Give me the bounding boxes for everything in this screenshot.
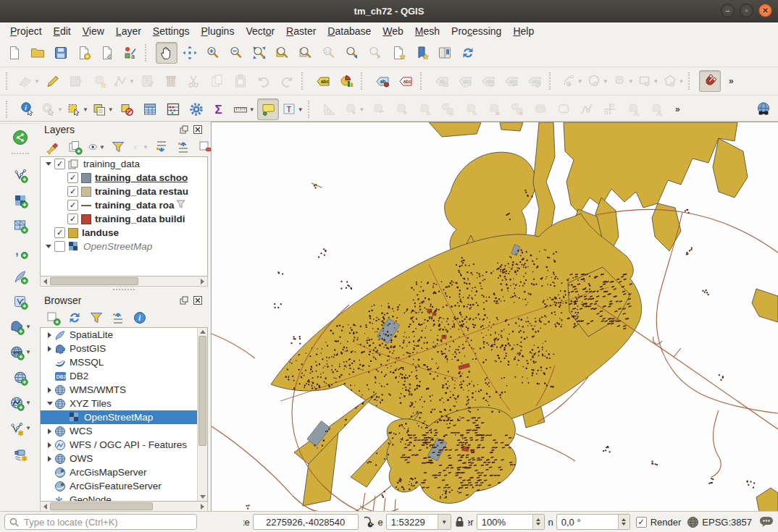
browser-item-postgis[interactable]: PostGIS	[41, 342, 207, 355]
menu-web[interactable]: Web	[377, 24, 409, 38]
layer-item-openstreetmap[interactable]: OpenStreetMap	[41, 240, 207, 253]
layer-visibility-checkbox[interactable]: ✓	[67, 172, 78, 183]
open-project-button[interactable]	[27, 42, 49, 64]
scale-dropdown-button[interactable]: ▼	[438, 515, 451, 529]
pan-map-button[interactable]	[156, 42, 177, 64]
crs-globe-icon[interactable]	[687, 516, 699, 528]
magnifier-spinbox[interactable]: 100%	[477, 514, 545, 530]
deselect-features-button[interactable]	[116, 98, 138, 120]
zoom-to-selection-button[interactable]	[272, 42, 293, 64]
add-wfs-layer-button[interactable]: ▼	[4, 390, 37, 415]
menu-database[interactable]: Database	[322, 24, 377, 38]
menu-processing[interactable]: Processing	[446, 24, 507, 38]
pan-to-selection-button[interactable]	[179, 42, 201, 64]
new-project-button[interactable]	[4, 42, 25, 64]
extents-toggle-icon[interactable]	[361, 516, 375, 528]
scale-combo[interactable]: 1:53229 ▼	[386, 514, 451, 530]
open-attribute-table-button[interactable]	[139, 98, 161, 120]
magnifier-spin-buttons[interactable]	[532, 515, 544, 529]
browser-item-ows[interactable]: OWS	[41, 452, 207, 465]
zoom-to-layer-button[interactable]	[295, 42, 317, 64]
menu-mesh[interactable]: Mesh	[409, 24, 446, 38]
manage-map-themes-button[interactable]: ▼	[87, 138, 106, 156]
add-vector-layer-button[interactable]	[4, 162, 37, 187]
menu-vector[interactable]: Vector	[240, 24, 280, 38]
new-spatial-bookmark-button[interactable]	[411, 42, 432, 64]
browser-item-db2[interactable]: DB2DB2	[41, 369, 207, 383]
float-panel-icon[interactable]	[178, 124, 190, 135]
statistical-summary-button[interactable]: Σ	[209, 98, 230, 120]
render-checkbox[interactable]: ✓ Render	[636, 517, 682, 528]
layer-item-training-data-buildi[interactable]: ✓training_data buildi	[41, 212, 207, 226]
add-raster-layer-button[interactable]	[4, 187, 37, 213]
browser-item-xyz-tiles[interactable]: XYZ Tiles	[41, 397, 207, 410]
add-mesh-layer-button[interactable]	[4, 213, 37, 238]
browser-tree[interactable]: SpatiaLitePostGISMSSQLDB2DB2WMS/WMTSXYZ …	[40, 327, 208, 502]
browser-vscrollbar[interactable]	[197, 328, 207, 501]
browser-item-geonode[interactable]: ✻GeoNode	[41, 493, 207, 502]
browser-item-wms-wmts[interactable]: WMS/WMTS	[41, 383, 207, 397]
minimize-button[interactable]: –	[721, 4, 735, 17]
browser-item-wcs[interactable]: WCS	[41, 424, 207, 438]
show-spatial-bookmarks-button[interactable]	[434, 42, 456, 64]
identify-features-button[interactable]: i	[17, 98, 38, 120]
toolbar-overflow-button[interactable]: »	[722, 70, 744, 92]
enable-snapping-button[interactable]	[699, 70, 721, 92]
coordinate-input[interactable]: 2275926,-4028540	[253, 514, 359, 530]
add-virtual-layer-button[interactable]	[4, 289, 37, 314]
new-map-view-button[interactable]	[388, 42, 409, 64]
messages-icon[interactable]	[759, 516, 774, 528]
layer-visibility-checkbox[interactable]: ✓	[54, 227, 65, 238]
maximize-button[interactable]: ▫	[740, 4, 753, 17]
browser-item-wfs-ogc-api-features[interactable]: WFS / OGC API - Features	[41, 438, 207, 452]
refresh-button[interactable]	[457, 42, 479, 64]
locate-search[interactable]	[4, 514, 197, 530]
layer-item-training-data[interactable]: ✓training_data	[41, 157, 207, 171]
browser-item-spatialite[interactable]: SpatiaLite	[41, 328, 207, 342]
layer-item-landuse[interactable]: ✓landuse	[41, 226, 207, 240]
close-panel-icon[interactable]	[192, 124, 204, 135]
browser-item-arcgismapserver[interactable]: ArcGisMapServer	[41, 465, 207, 479]
pin-unpin-labels-button[interactable]: ab	[372, 70, 393, 92]
float-panel-icon[interactable]	[178, 295, 190, 305]
rotation-spin-buttons[interactable]	[618, 515, 629, 529]
layer-labeling-options-button[interactable]: abc	[312, 70, 334, 92]
map-canvas[interactable]	[211, 122, 778, 512]
select-features-button[interactable]: ▼	[65, 98, 89, 120]
rotation-spinbox[interactable]: 0,0 °	[556, 514, 630, 530]
layer-visibility-checkbox[interactable]: ✓	[67, 214, 78, 224]
add-wcs-layer-button[interactable]	[4, 365, 37, 390]
filter-browser-button[interactable]	[87, 308, 106, 327]
new-shapefile-layer-button[interactable]: ✱▼	[4, 415, 37, 441]
layer-visibility-checkbox[interactable]: ✓	[67, 200, 78, 211]
menu-view[interactable]: View	[77, 24, 110, 38]
menu-plugins[interactable]: Plugins	[195, 24, 240, 38]
layers-hscrollbar[interactable]	[40, 276, 208, 287]
add-wms-layer-button[interactable]: WMS▼	[4, 339, 37, 365]
open-field-calculator-button[interactable]	[162, 98, 184, 120]
crs-value[interactable]: EPSG:3857	[702, 517, 752, 528]
add-selected-layers-button[interactable]	[43, 308, 62, 327]
add-group-button[interactable]	[65, 138, 84, 156]
refresh-browser-button[interactable]	[65, 308, 84, 327]
options-button[interactable]	[185, 98, 207, 120]
open-layer-styling-button[interactable]	[43, 138, 62, 156]
menu-layer[interactable]: Layer	[110, 24, 147, 38]
menu-raster[interactable]: Raster	[280, 24, 322, 38]
layer-item-training-data-roa[interactable]: ✓training_data roa	[41, 198, 207, 212]
zoom-last-button[interactable]	[341, 42, 363, 64]
select-features-by-value-button[interactable]: ▼	[91, 98, 114, 120]
add-postgis-layer-button[interactable]: ▼	[4, 314, 37, 339]
new-print-layout-button[interactable]	[73, 42, 95, 64]
metasearch-button[interactable]	[753, 98, 774, 120]
new-gpx-layer-button[interactable]: ✱	[4, 441, 37, 466]
layer-visibility-checkbox[interactable]	[54, 241, 65, 252]
filter-legend-button[interactable]	[109, 138, 127, 156]
browser-item-arcgisfeatureserver[interactable]: ArcGisFeatureServer	[41, 479, 207, 493]
layer-visibility-checkbox[interactable]: ✓	[54, 159, 65, 169]
layer-diagram-options-button[interactable]	[335, 70, 357, 92]
collapse-all-button[interactable]	[174, 138, 193, 156]
map-tips-button[interactable]	[257, 98, 279, 120]
toggle-editing-button[interactable]	[42, 70, 64, 92]
style-manager-button[interactable]: a	[120, 42, 141, 64]
